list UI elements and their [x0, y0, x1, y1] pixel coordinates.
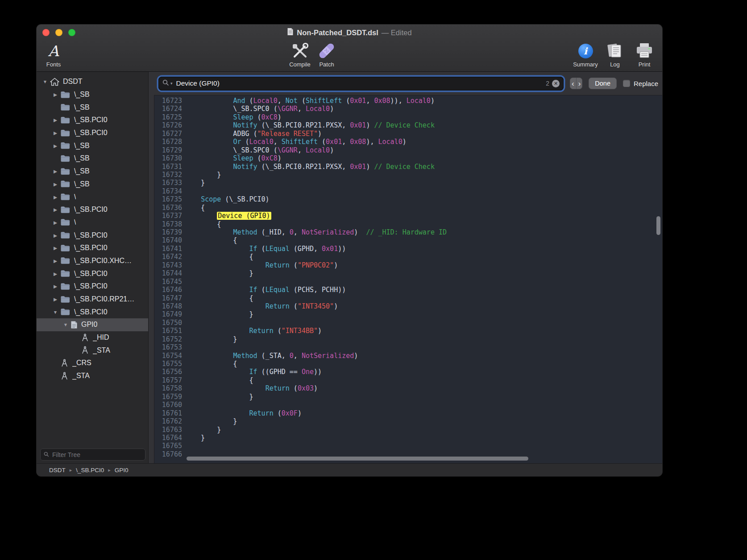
fonts-button[interactable]: AFonts	[41, 41, 66, 68]
sidebar-item-sb[interactable]: ▶\_SB	[37, 165, 148, 178]
disclosure-expanded-icon[interactable]: ▼	[61, 322, 71, 327]
code-line[interactable]: 16733 }	[154, 179, 662, 187]
sidebar-item-sta[interactable]: _STA	[37, 370, 148, 383]
disclosure-collapsed-icon[interactable]: ▶	[50, 181, 60, 187]
filter-tree-field[interactable]	[40, 449, 145, 461]
code-line[interactable]: 16727 ADBG ("Release RESET")	[154, 130, 662, 138]
code-line[interactable]: 16723 And (Local0, Not (ShiftLeft (0x01,…	[154, 97, 662, 105]
code-line[interactable]: 16732 }	[154, 171, 662, 179]
code-line[interactable]: 16739 Method (_HID, 0, NotSerialized) //…	[154, 228, 662, 236]
sidebar-item-sbpci0[interactable]: ▶\_SB.PCI0	[37, 114, 148, 127]
disclosure-collapsed-icon[interactable]: ▶	[50, 169, 60, 174]
sidebar-item-sta[interactable]: _STA	[37, 344, 148, 357]
sidebar-item-crs[interactable]: _CRS	[37, 357, 148, 370]
disclosure-collapsed-icon[interactable]: ▶	[50, 233, 60, 238]
breadcrumb-item[interactable]: DSDT	[49, 467, 66, 474]
code-line[interactable]: 16734	[154, 187, 662, 195]
code-line[interactable]: 16736 {	[154, 204, 662, 212]
disclosure-expanded-icon[interactable]: ▼	[50, 309, 60, 315]
code-line[interactable]: 16756 If ((GPHD == One))	[154, 368, 662, 376]
code-line[interactable]: 16760	[154, 401, 662, 409]
chevron-down-icon[interactable]: ▾	[170, 81, 173, 86]
disclosure-collapsed-icon[interactable]: ▶	[50, 130, 60, 136]
sidebar-item-sbpci0[interactable]: ▶\_SB.PCI0	[37, 242, 148, 255]
done-button[interactable]: Done	[589, 78, 617, 89]
zoom-button[interactable]	[68, 29, 75, 36]
close-button[interactable]	[42, 29, 50, 36]
search-field[interactable]: ▾ 2 ✕	[158, 77, 564, 91]
code-line[interactable]: 16748 Return ("INT3450")	[154, 302, 662, 310]
code-line[interactable]: 16765	[154, 442, 662, 450]
disclosure-collapsed-icon[interactable]: ▶	[50, 207, 60, 212]
code-line[interactable]: 16744 }	[154, 269, 662, 277]
replace-checkbox[interactable]	[623, 80, 630, 87]
compile-button[interactable]: Compile	[287, 41, 312, 68]
code-line[interactable]: 16742 {	[154, 253, 662, 261]
code-line[interactable]: 16763 }	[154, 426, 662, 434]
code-line[interactable]: 16745	[154, 278, 662, 286]
disclosure-collapsed-icon[interactable]: ▶	[50, 194, 60, 200]
sidebar-item-sbpci0[interactable]: ▶\_SB.PCI0	[37, 267, 148, 280]
code-line[interactable]: 16757 {	[154, 376, 662, 384]
code-line[interactable]: 16758 Return (0x03)	[154, 384, 662, 392]
sidebar-item-sbpci0[interactable]: ▼\_SB.PCI0	[37, 305, 148, 318]
sidebar-item-sbpci0[interactable]: ▶\_SB.PCI0	[37, 280, 148, 293]
code-line[interactable]: 16729 \_SB.SPC0 (\GGNR, Local0)	[154, 146, 662, 154]
clear-search-button[interactable]: ✕	[552, 80, 560, 87]
code-line[interactable]: 16761 Return (0x0F)	[154, 409, 662, 417]
code-editor[interactable]: 16723 And (Local0, Not (ShiftLeft (0x01,…	[154, 95, 662, 463]
disclosure-collapsed-icon[interactable]: ▶	[50, 117, 60, 123]
code-line[interactable]: 16750	[154, 319, 662, 327]
sidebar-item-sbpci0[interactable]: ▶\_SB.PCI0	[37, 229, 148, 242]
code-line[interactable]: 16754 Method (_STA, 0, NotSerialized)	[154, 352, 662, 360]
code-line[interactable]: 16724 \_SB.SPC0 (\GGNR, Local0)	[154, 105, 662, 113]
minimize-button[interactable]	[55, 29, 62, 36]
sidebar-item-sb[interactable]: \_SB	[37, 101, 148, 114]
code-line[interactable]: 16740 {	[154, 236, 662, 244]
sidebar-item-[interactable]: ▶\	[37, 190, 148, 203]
code-line[interactable]: 16738 {	[154, 220, 662, 228]
code-line[interactable]: 16753	[154, 343, 662, 351]
code-line[interactable]: 16746 If (LEqual (PCHS, PCHH))	[154, 286, 662, 294]
code-line[interactable]: 16735 Scope (\_SB.PCI0)	[154, 195, 662, 203]
search-input[interactable]	[175, 79, 544, 88]
code-line[interactable]: 16726 Notify (\_SB.PCI0.RP21.PXSX, 0x01)…	[154, 121, 662, 129]
patch-button[interactable]: Patch	[314, 41, 339, 68]
disclosure-collapsed-icon[interactable]: ▶	[50, 258, 60, 264]
code-line[interactable]: 16730 Sleep (0xC8)	[154, 154, 662, 162]
code-line[interactable]: 16737 Device (GPI0)	[154, 212, 662, 220]
find-previous-button[interactable]: ‹	[570, 78, 576, 89]
code-line[interactable]: 16728 Or (Local0, ShiftLeft (0x01, 0x08)…	[154, 138, 662, 146]
code-line[interactable]: 16741 If (LEqual (GPHD, 0x01))	[154, 245, 662, 253]
sidebar-item-dsdt[interactable]: ▼DSDT	[37, 75, 148, 88]
sidebar-item-sb[interactable]: ▶\_SB	[37, 178, 148, 191]
sidebar-item-sb[interactable]: \_SB	[37, 152, 148, 165]
search-icon[interactable]	[162, 79, 169, 88]
filter-tree-input[interactable]	[51, 451, 142, 459]
sidebar-item-sbpci0rp21[interactable]: ▶\_SB.PCI0.RP21…	[37, 293, 148, 306]
sidebar-item-[interactable]: ▶\	[37, 216, 148, 229]
summary-button[interactable]: iSummary	[573, 41, 598, 68]
disclosure-collapsed-icon[interactable]: ▶	[50, 92, 60, 97]
disclosure-collapsed-icon[interactable]: ▶	[50, 143, 60, 148]
disclosure-collapsed-icon[interactable]: ▶	[50, 296, 60, 302]
sidebar-item-hid[interactable]: _HID	[37, 331, 148, 344]
disclosure-collapsed-icon[interactable]: ▶	[50, 271, 60, 276]
code-line[interactable]: 16764 }	[154, 434, 662, 442]
log-button[interactable]: Log	[602, 41, 627, 68]
code-line[interactable]: 16725 Sleep (0xC8)	[154, 113, 662, 121]
vertical-scrollbar-thumb[interactable]	[656, 216, 660, 235]
sidebar-item-sb[interactable]: ▶\_SB	[37, 88, 148, 101]
print-button[interactable]: Print	[632, 41, 657, 68]
code-line[interactable]: 16749 }	[154, 310, 662, 318]
code-line[interactable]: 16743 Return ("PNP0C02")	[154, 261, 662, 269]
sidebar-item-sbpci0[interactable]: ▶\_SB.PCI0	[37, 127, 148, 140]
code-line[interactable]: 16731 Notify (\_SB.PCI0.RP21.PXSX, 0x01)…	[154, 163, 662, 171]
find-next-button[interactable]: ›	[576, 78, 583, 89]
sidebar-item-sbpci0xhc[interactable]: ▶\_SB.PCI0.XHC…	[37, 255, 148, 268]
horizontal-scrollbar-thumb[interactable]	[187, 457, 528, 461]
breadcrumb-item[interactable]: \_SB.PCI0	[76, 467, 104, 474]
disclosure-expanded-icon[interactable]: ▼	[40, 79, 50, 84]
code-line[interactable]: 16755 {	[154, 360, 662, 368]
sidebar-item-sbpci0[interactable]: ▶\_SB.PCI0	[37, 203, 148, 216]
